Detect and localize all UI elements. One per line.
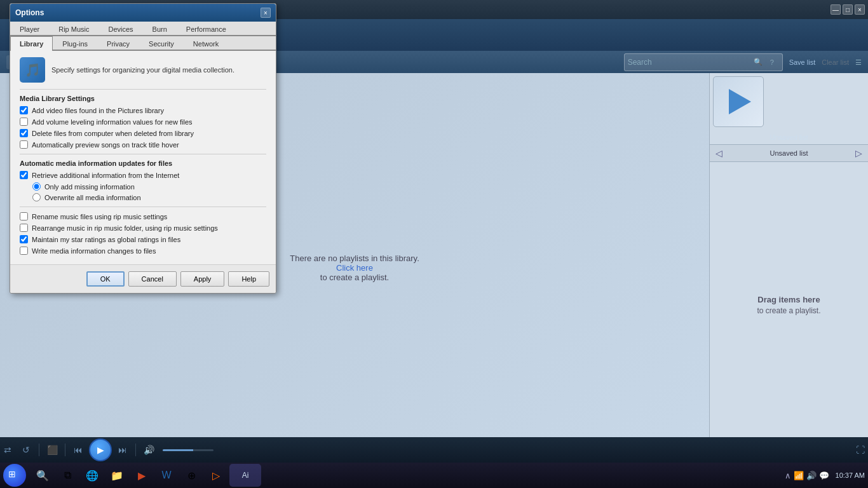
dialog-tabs: Player Rip Music Devices Burn Performanc… (10, 22, 276, 36)
tab-privacy[interactable]: Privacy (97, 36, 139, 51)
system-clock: 10:37 AM (836, 471, 865, 479)
volume-icon[interactable]: 🔊 (141, 442, 156, 458)
tab-network[interactable]: Network (184, 36, 228, 51)
add-video-checkbox[interactable] (20, 106, 28, 114)
dialog-footer: OK Cancel Apply Help (10, 264, 276, 293)
dialog-close-btn[interactable]: × (261, 8, 271, 18)
checkbox-add-video: Add video files found in the Pictures li… (20, 106, 266, 114)
separator-2 (65, 444, 65, 456)
add-volume-label[interactable]: Add volume leveling information values f… (32, 118, 193, 126)
taskbar-chrome-icon[interactable]: ⊕ (180, 464, 203, 487)
dialog-description: Specify settings for organizing your dig… (51, 66, 266, 74)
maintain-ratings-checkbox[interactable] (20, 235, 28, 243)
tray-up-arrow[interactable]: ∧ (785, 471, 791, 480)
auto-preview-checkbox[interactable] (20, 140, 28, 149)
apply-button[interactable]: Apply (180, 271, 225, 287)
only-add-radio[interactable] (32, 182, 41, 191)
system-tray: ∧ 📶 🔊 💬 10:37 AM (785, 471, 865, 480)
dialog-titlebar: Options × (10, 4, 276, 22)
player-controls-bar: ⇄ ↺ ⬛ ⏮ ▶ ⏭ 🔊 ⛶ (0, 437, 868, 463)
retrieve-label[interactable]: Retrieve additional information from the… (32, 172, 179, 179)
divider-2 (20, 154, 266, 154)
volume-slider[interactable] (163, 449, 214, 451)
auto-media-section-title: Automatic media information updates for … (20, 159, 266, 167)
tray-icons: ∧ 📶 🔊 💬 (785, 471, 829, 480)
overwrite-radio[interactable] (32, 193, 41, 201)
options-dialog: Options × Player Rip Music Devices Burn … (10, 3, 276, 294)
add-volume-checkbox[interactable] (20, 118, 28, 126)
add-video-label[interactable]: Add video files found in the Pictures li… (32, 107, 164, 114)
taskbar: ⊞ 🔍 ⧉ 🌐 📁 ▶ W ⊕ ▷ Ai ∧ 📶 🔊 💬 10:37 AM (0, 463, 868, 488)
tab-library[interactable]: Library (10, 36, 53, 51)
windows-logo: ⊞ (8, 469, 21, 482)
dialog-content-area: 🎵 Specify settings for organizing your d… (10, 51, 276, 264)
tab-performance[interactable]: Performance (177, 22, 236, 36)
play-pause-btn[interactable]: ▶ (89, 438, 112, 461)
dialog-overlay: Options × Player Rip Music Devices Burn … (0, 0, 868, 463)
taskbar-word-icon[interactable]: W (155, 464, 178, 487)
tab-player[interactable]: Player (10, 22, 49, 36)
divider-3 (20, 207, 266, 207)
taskbar-search-icon[interactable]: 🔍 (31, 464, 54, 487)
dialog-window-controls: × (261, 8, 271, 18)
maintain-ratings-label[interactable]: Maintain my star ratings as global ratin… (32, 236, 180, 243)
radio-overwrite: Overwrite all media information (32, 193, 266, 201)
write-media-label[interactable]: Write media information changes to files (32, 247, 156, 255)
retrieve-checkbox[interactable] (20, 171, 28, 179)
auto-preview-label[interactable]: Automatically preview songs on track tit… (32, 141, 179, 149)
dialog-title: Options (15, 8, 44, 17)
taskbar-ie-icon[interactable]: 🌐 (81, 464, 104, 487)
tray-notification-icon[interactable]: 💬 (819, 471, 829, 480)
checkbox-maintain-ratings: Maintain my star ratings as global ratin… (20, 235, 266, 243)
library-icon: 🎵 (20, 57, 45, 83)
media-library-section-title: Media Library Settings (20, 95, 266, 102)
tab-burn[interactable]: Burn (143, 22, 177, 36)
taskbar-wmp-icon[interactable]: ▷ (205, 464, 227, 487)
checkbox-write-media: Write media information changes to files (20, 247, 266, 255)
next-btn[interactable]: ⏭ (115, 442, 130, 458)
cancel-button[interactable]: Cancel (128, 271, 177, 287)
rearrange-music-checkbox[interactable] (20, 224, 28, 232)
taskbar-task-view-icon[interactable]: ⧉ (56, 464, 79, 487)
repeat-btn[interactable]: ↺ (18, 442, 34, 458)
rename-music-checkbox[interactable] (20, 212, 28, 220)
tab-devices[interactable]: Devices (98, 22, 142, 36)
start-button[interactable]: ⊞ (3, 464, 26, 487)
taskbar-files-icon[interactable]: 📁 (105, 464, 128, 487)
tray-volume-icon[interactable]: 🔊 (806, 471, 817, 480)
only-add-label[interactable]: Only add missing information (44, 183, 135, 191)
stop-btn[interactable]: ⬛ (44, 442, 60, 458)
ok-button[interactable]: OK (86, 271, 125, 287)
tray-network-icon[interactable]: 📶 (794, 471, 804, 480)
rearrange-music-label[interactable]: Rearrange music in rip music folder, usi… (32, 224, 218, 232)
radio-only-add: Only add missing information (32, 182, 266, 191)
divider-1 (20, 89, 266, 90)
help-button[interactable]: Help (228, 271, 269, 287)
overwrite-label[interactable]: Overwrite all media information (44, 194, 141, 201)
tab-security[interactable]: Security (139, 36, 184, 51)
taskbar-ai-label[interactable]: Ai (229, 464, 261, 487)
tab-plug-ins[interactable]: Plug-ins (53, 36, 97, 51)
shuffle-btn[interactable]: ⇄ (0, 442, 15, 458)
prev-btn[interactable]: ⏮ (71, 442, 86, 458)
dialog-tabs-row2: Library Plug-ins Privacy Security Networ… (10, 36, 276, 51)
checkbox-retrieve: Retrieve additional information from the… (20, 171, 266, 179)
write-media-checkbox[interactable] (20, 247, 28, 255)
dialog-header-row: 🎵 Specify settings for organizing your d… (20, 57, 266, 83)
checkbox-add-volume: Add volume leveling information values f… (20, 118, 266, 126)
rename-music-label[interactable]: Rename music files using rip music setti… (32, 213, 167, 220)
ai-text: Ai (242, 471, 249, 480)
delete-files-label[interactable]: Delete files from computer when deleted … (32, 130, 194, 137)
checkbox-auto-preview: Automatically preview songs on track tit… (20, 140, 266, 149)
tab-rip-music[interactable]: Rip Music (49, 22, 98, 36)
separator-1 (39, 444, 39, 456)
checkbox-delete-files: Delete files from computer when deleted … (20, 129, 266, 137)
checkbox-rearrange-music: Rearrange music in rip music folder, usi… (20, 224, 266, 232)
checkbox-rename-music: Rename music files using rip music setti… (20, 212, 266, 220)
fullscreen-btn[interactable]: ⛶ (853, 442, 868, 458)
delete-files-checkbox[interactable] (20, 129, 28, 137)
separator-3 (135, 444, 136, 456)
taskbar-media-icon[interactable]: ▶ (130, 464, 153, 487)
